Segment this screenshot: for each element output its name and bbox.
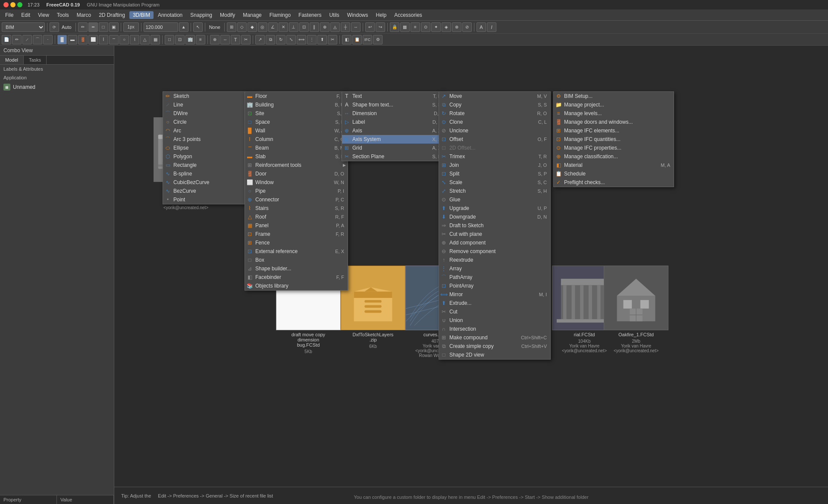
tb2-rotate[interactable]: ↻: [276, 35, 285, 44]
tb2-mirror[interactable]: ⟺: [297, 35, 306, 44]
menu-bim-stairs[interactable]: ⌇ Stairs S, R: [245, 204, 348, 213]
menu-modify[interactable]: Modify: [216, 11, 238, 19]
tb-extra5[interactable]: ⊘: [462, 22, 472, 32]
maximize-button[interactable]: [17, 2, 22, 7]
tb-extra2[interactable]: ✦: [431, 22, 441, 32]
menu-ann-axis[interactable]: ⊕ Axis A, X: [342, 126, 445, 135]
menu-sketch-dwire[interactable]: ⌒ DWire W, I: [163, 109, 257, 118]
snap-perp[interactable]: ⊥: [289, 22, 298, 32]
menu-manage-ifcelements[interactable]: ⊞ Manage IFC elements...: [554, 126, 674, 135]
menu-manage-levels[interactable]: ≡ Manage levels...: [554, 109, 674, 118]
menu-mod-join[interactable]: ⊞ Join J, O: [439, 161, 550, 169]
menu-mod-scale[interactable]: ⤡ Scale S, C: [439, 178, 550, 187]
menu-accessories[interactable]: Accessories: [391, 11, 426, 19]
snap-grid[interactable]: ⊞: [227, 22, 236, 32]
snap-endpoint[interactable]: ◇: [237, 22, 247, 32]
menu-mod-patharray[interactable]: ⌒ PathArray: [439, 273, 550, 282]
tb2-door[interactable]: 🚪: [78, 35, 88, 44]
menu-mod-mirror[interactable]: ⟺ Mirror M, I: [439, 290, 550, 299]
menu-sketch-arc[interactable]: ◠ Arc A, R: [163, 126, 257, 135]
tb-extra1[interactable]: ⊙: [421, 22, 430, 32]
menu-sketch-point[interactable]: • Point: [163, 195, 257, 204]
tb2-ifc[interactable]: IFC: [363, 35, 372, 44]
menu-mod-cutwithplane[interactable]: ✂ Cut with plane: [439, 230, 550, 238]
tb-italic[interactable]: I: [487, 22, 496, 32]
menu-bim-panel[interactable]: ▦ Panel P, A: [245, 221, 348, 230]
tb-redo[interactable]: ↪: [376, 22, 385, 32]
menu-manage-doors[interactable]: 🚪 Manage doors and windows...: [554, 118, 674, 126]
tb-box2[interactable]: ▣: [109, 22, 119, 32]
menu-windows[interactable]: Windows: [344, 11, 372, 19]
tb-pencil[interactable]: ✏: [78, 22, 88, 32]
tb2-point[interactable]: ·: [43, 35, 53, 44]
snap-par[interactable]: ∥: [310, 22, 319, 32]
menu-2ddrafting[interactable]: 2D Drafting: [95, 11, 129, 19]
tb2-trim[interactable]: ✂: [328, 35, 337, 44]
tb2-schedule[interactable]: 📋: [352, 35, 362, 44]
menu-manage-classification[interactable]: ⊕ Manage classification...: [554, 152, 674, 161]
menu-ann-shapefromtext[interactable]: A Shape from text... S, S: [342, 100, 445, 109]
menu-fasteners[interactable]: Fasteners: [295, 11, 325, 19]
tb2-panel[interactable]: ▦: [151, 35, 160, 44]
tb2-floor[interactable]: ▬: [68, 35, 77, 44]
menu-sketch-polygon[interactable]: ⬡ Polygon P, G: [163, 152, 257, 161]
menu-bim-fence[interactable]: ⊞ Fence: [245, 238, 348, 247]
menu-marco[interactable]: Marco: [73, 11, 94, 19]
tb2-site[interactable]: ⊡: [175, 35, 185, 44]
tb-cursor[interactable]: ↖: [193, 22, 203, 32]
menu-manage-schedule[interactable]: 📋 Schedule: [554, 169, 674, 178]
menu-manage-material[interactable]: ◧ Material M, A: [554, 161, 674, 169]
menu-bim-reinforcement[interactable]: ⊞ Reinforcement tools: [245, 161, 348, 169]
menu-sketch-ellipse[interactable]: ⬭ Ellipse E, L: [163, 144, 257, 152]
menu-mod-intersection[interactable]: ∩ Intersection: [439, 325, 550, 333]
tab-tasks[interactable]: Tasks: [24, 56, 47, 64]
tb2-wall[interactable]: █: [57, 35, 67, 44]
tb2-section[interactable]: ✂: [241, 35, 251, 44]
menu-mod-makecompound[interactable]: ⊞ Make compound Ctrl+Shift+C: [439, 333, 550, 342]
tb2-stairs[interactable]: ⌇: [130, 35, 139, 44]
snap-midpoint[interactable]: ◆: [248, 22, 257, 32]
menu-mod-trimex[interactable]: ✂ Trimex T, R: [439, 152, 550, 161]
menu-manage-ifcquantities[interactable]: ⊡ Manage IFC quantities...: [554, 135, 674, 144]
tb-extra3[interactable]: ◈: [442, 22, 451, 32]
menu-mod-union[interactable]: ∪ Union: [439, 316, 550, 325]
menu-ann-dimension[interactable]: ↔ Dimension D, I: [342, 109, 445, 118]
tb2-pipe[interactable]: ○: [119, 35, 129, 44]
menu-manage-ifcproperties[interactable]: ⊙ Manage IFC properties...: [554, 144, 674, 152]
menu-snapping[interactable]: Snapping: [187, 11, 216, 19]
menu-bim-objlibrary[interactable]: 📚 Objects library: [245, 282, 348, 290]
menu-mod-split[interactable]: ⊡ Split S, P: [439, 169, 550, 178]
tb-group[interactable]: ▦: [400, 22, 410, 32]
tb2-curve[interactable]: ⌒: [33, 35, 42, 44]
menu-mod-unclone[interactable]: ⊘ Unclone: [439, 126, 550, 135]
menu-annotation[interactable]: Annotation: [154, 11, 186, 19]
menu-mod-simplecopy[interactable]: ⧉ Create simple copy Ctrl+Shift+V: [439, 342, 550, 351]
tb2-level[interactable]: ≡: [196, 35, 205, 44]
menu-mod-offset[interactable]: ⊡ Offset O, F: [439, 135, 550, 144]
menu-mod-shape2dview[interactable]: □ Shape 2D view: [439, 351, 550, 359]
menu-mod-rotate[interactable]: ↻ Rotate R, O: [439, 109, 550, 118]
menu-mod-drafttosketch[interactable]: ⇒ Draft to Sketch: [439, 221, 550, 230]
menu-manage-bimsetup[interactable]: ⚙ BIM Setup...: [554, 92, 674, 100]
menu-sketch-sketch[interactable]: ✏ Sketch S, K: [163, 92, 257, 100]
menu-sketch-cubicbez[interactable]: ∿ CubicBezCurve: [163, 178, 257, 187]
menu-bim-beam[interactable]: ⎻ Beam B, M: [245, 144, 348, 152]
snap-center[interactable]: ◎: [258, 22, 267, 32]
tb2-column[interactable]: I: [99, 35, 108, 44]
menu-3dbim[interactable]: 3D/BIM: [129, 11, 154, 19]
tb-line[interactable]: ━: [88, 22, 98, 32]
tb-extra4[interactable]: ⊗: [452, 22, 461, 32]
menu-manage-project[interactable]: 📁 Manage project...: [554, 100, 674, 109]
tb2-building[interactable]: 🏢: [185, 35, 195, 44]
menu-sketch-bezcurve[interactable]: ∿ BezCurve B, Z: [163, 187, 257, 195]
menu-sketch-bspline[interactable]: ∿ B-spline B, S: [163, 169, 257, 178]
tb2-text[interactable]: T: [231, 35, 240, 44]
menu-mod-array[interactable]: ⋮ Array: [439, 264, 550, 273]
menu-manage[interactable]: Manage: [239, 11, 265, 19]
menu-sketch-circle[interactable]: ○ Circle C, I: [163, 118, 257, 126]
tab-model[interactable]: Model: [0, 56, 24, 64]
tb2-dim[interactable]: ↔: [220, 35, 230, 44]
tb2-sketch[interactable]: ✏: [12, 35, 22, 44]
tb2-new[interactable]: 📄: [2, 35, 11, 44]
tb2-material[interactable]: ◧: [342, 35, 351, 44]
